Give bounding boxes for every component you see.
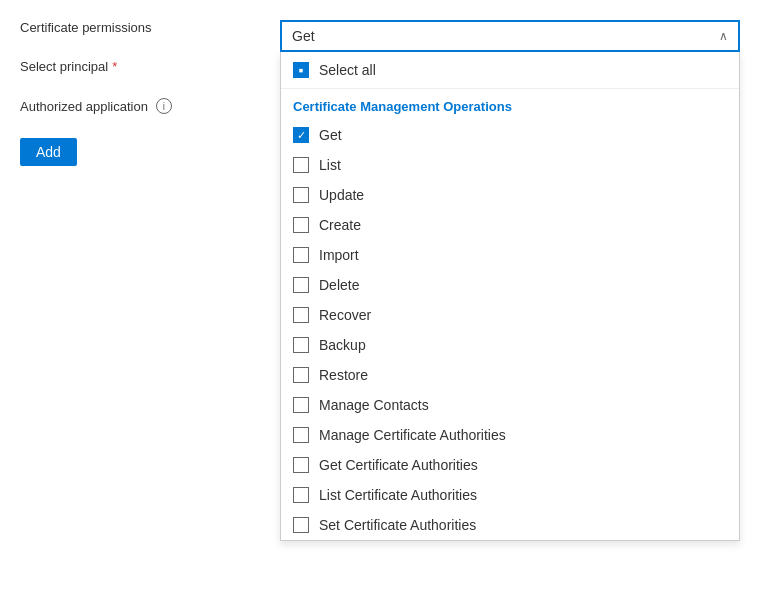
- select-all-row[interactable]: ▪ Select all: [281, 52, 739, 89]
- checkbox-label: Set Certificate Authorities: [319, 517, 476, 533]
- checkbox-recover[interactable]: [293, 307, 309, 323]
- checkbox-row[interactable]: List: [281, 150, 739, 180]
- section-header: Certificate Management Operations: [281, 89, 739, 120]
- checkbox-row[interactable]: Create: [281, 210, 739, 240]
- checkbox-create[interactable]: [293, 217, 309, 233]
- checkbox-label: Restore: [319, 367, 368, 383]
- checkbox-label: Create: [319, 217, 361, 233]
- checkbox-label: Backup: [319, 337, 366, 353]
- checkbox-backup[interactable]: [293, 337, 309, 353]
- checkbox-get[interactable]: ✓: [293, 127, 309, 143]
- select-principal-text: Select principal: [20, 59, 108, 74]
- checkbox-row[interactable]: ✓Get: [281, 120, 739, 150]
- dropdown-trigger-value: Get: [292, 28, 315, 44]
- authorized-application-text: Authorized application: [20, 99, 148, 114]
- required-indicator: *: [112, 59, 117, 74]
- checkbox-delete[interactable]: [293, 277, 309, 293]
- checkbox-partial-mark: ▪: [299, 63, 304, 77]
- checkbox-set-certificate-authorities[interactable]: [293, 517, 309, 533]
- checkbox-row[interactable]: Update: [281, 180, 739, 210]
- certificate-permissions-label: Certificate permissions: [20, 20, 260, 35]
- checkbox-row[interactable]: Restore: [281, 360, 739, 390]
- certificate-permissions-dropdown: Get ∧ ▪ Select all Certificate Managemen…: [280, 20, 740, 52]
- checkbox-row[interactable]: Backup: [281, 330, 739, 360]
- checkbox-label: Import: [319, 247, 359, 263]
- checkbox-list[interactable]: [293, 157, 309, 173]
- select-principal-label: Select principal *: [20, 59, 260, 74]
- checkbox-row[interactable]: Import: [281, 240, 739, 270]
- authorized-application-label: Authorized application i: [20, 98, 260, 114]
- checkbox-label: Manage Contacts: [319, 397, 429, 413]
- checkbox-items-container: ✓GetListUpdateCreateImportDeleteRecoverB…: [281, 120, 739, 540]
- chevron-up-icon: ∧: [719, 29, 728, 43]
- checkbox-checkmark: ✓: [297, 130, 306, 141]
- checkbox-label: List Certificate Authorities: [319, 487, 477, 503]
- checkbox-row[interactable]: List Certificate Authorities: [281, 480, 739, 510]
- checkbox-row[interactable]: Get Certificate Authorities: [281, 450, 739, 480]
- checkbox-import[interactable]: [293, 247, 309, 263]
- select-all-label: Select all: [319, 62, 376, 78]
- add-button[interactable]: Add: [20, 138, 77, 166]
- certificate-permissions-text: Certificate permissions: [20, 20, 152, 35]
- checkbox-manage-contacts[interactable]: [293, 397, 309, 413]
- checkbox-row[interactable]: Recover: [281, 300, 739, 330]
- checkbox-label: Update: [319, 187, 364, 203]
- checkbox-row[interactable]: Set Certificate Authorities: [281, 510, 739, 540]
- dropdown-list: ▪ Select all Certificate Management Oper…: [280, 52, 740, 541]
- checkbox-restore[interactable]: [293, 367, 309, 383]
- checkbox-list-certificate-authorities[interactable]: [293, 487, 309, 503]
- checkbox-label: Get Certificate Authorities: [319, 457, 478, 473]
- checkbox-label: Delete: [319, 277, 359, 293]
- checkbox-row[interactable]: Manage Contacts: [281, 390, 739, 420]
- checkbox-get-certificate-authorities[interactable]: [293, 457, 309, 473]
- info-icon[interactable]: i: [156, 98, 172, 114]
- checkbox-row[interactable]: Manage Certificate Authorities: [281, 420, 739, 450]
- checkbox-update[interactable]: [293, 187, 309, 203]
- checkbox-label: Manage Certificate Authorities: [319, 427, 506, 443]
- dropdown-trigger[interactable]: Get ∧: [280, 20, 740, 52]
- checkbox-label: List: [319, 157, 341, 173]
- checkbox-label: Recover: [319, 307, 371, 323]
- checkbox-row[interactable]: Delete: [281, 270, 739, 300]
- select-all-checkbox[interactable]: ▪: [293, 62, 309, 78]
- checkbox-manage-certificate-authorities[interactable]: [293, 427, 309, 443]
- checkbox-label: Get: [319, 127, 342, 143]
